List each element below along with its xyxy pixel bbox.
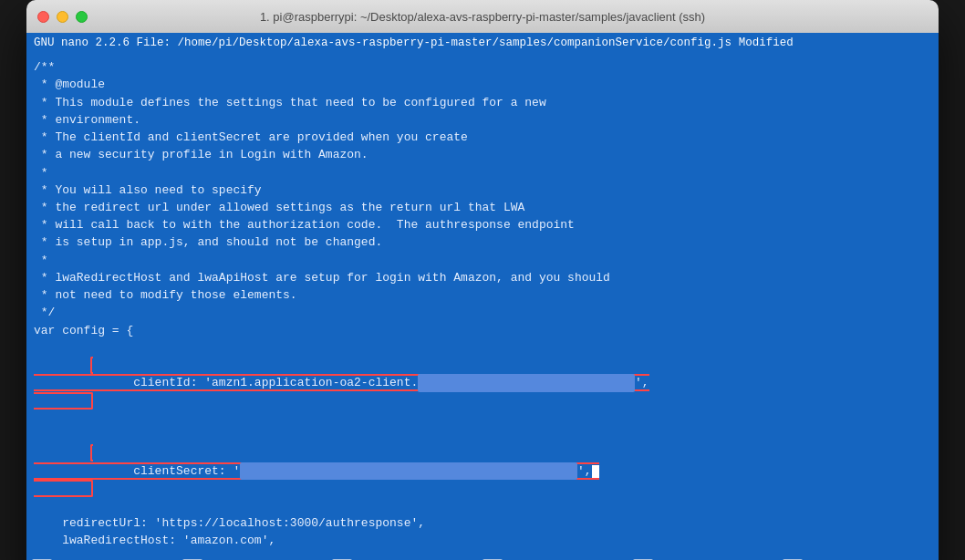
- cursor: [592, 465, 599, 478]
- code-line: * The clientId and clientSecret are prov…: [34, 129, 931, 146]
- code-line: * @module: [34, 76, 931, 93]
- code-line: * lwaRedirectHost and lwaApiHost are set…: [34, 269, 931, 286]
- code-line: * will call back to with the authorizati…: [34, 216, 931, 233]
- client-secret-value: [240, 462, 577, 480]
- code-line: * environment.: [34, 111, 931, 129]
- terminal-body: GNU nano 2.2.6 File: /home/pi/Desktop/al…: [26, 33, 939, 560]
- client-id-highlight: clientId: 'amzn1.application-oa2-client.…: [34, 357, 649, 409]
- code-line: * not need to modify those elements.: [34, 286, 931, 304]
- code-line: * This module defines the settings that …: [34, 94, 931, 111]
- client-id-value: [418, 374, 635, 391]
- client-secret-line: clientSecret: ' ',: [34, 427, 931, 514]
- code-line: /**: [34, 58, 931, 76]
- client-secret-highlight: clientSecret: ' ',: [34, 444, 599, 496]
- redirect-url-line: redirectUrl: 'https://localhost:3000/aut…: [34, 514, 931, 532]
- nano-header: GNU nano 2.2.6 File: /home/pi/Desktop/al…: [26, 33, 939, 53]
- terminal-window: 1. pi@raspberrypi: ~/Desktop/alexa-avs-r…: [26, 0, 939, 560]
- code-line: */: [34, 304, 931, 321]
- code-line: *: [34, 252, 931, 269]
- client-id-prefix: clientId: 'amzn1.application-oa2-client.: [105, 376, 418, 389]
- code-line: * is setup in app.js, and should not be …: [34, 233, 931, 251]
- code-line: * You will also need to specify: [34, 181, 931, 199]
- code-line: var config = {: [34, 322, 931, 339]
- client-id-suffix: ',: [635, 376, 649, 389]
- minimize-button[interactable]: [57, 11, 68, 23]
- code-line: * a new security profile in Login with A…: [34, 146, 931, 163]
- nano-header-text: GNU nano 2.2.6 File: /home/pi/Desktop/al…: [34, 36, 794, 49]
- traffic-lights: [37, 11, 88, 23]
- client-secret-suffix: ',: [577, 464, 592, 478]
- code-content[interactable]: /** * @module * This module defines the …: [26, 53, 939, 555]
- lwa-redirect-line: lwaRedirectHost: 'amazon.com',: [34, 532, 931, 549]
- window-title: 1. pi@raspberrypi: ~/Desktop/alexa-avs-r…: [26, 10, 939, 24]
- client-secret-prefix: clientSecret: ': [105, 464, 240, 478]
- maximize-button[interactable]: [76, 11, 88, 23]
- code-line: * the redirect url under allowed setting…: [34, 199, 931, 216]
- close-button[interactable]: [37, 11, 49, 23]
- nano-footer: ^G Get Help ^O WriteOut ^R Read File ^Y …: [26, 555, 939, 560]
- titlebar: 1. pi@raspberrypi: ~/Desktop/alexa-avs-r…: [26, 0, 939, 33]
- code-line: *: [34, 164, 931, 181]
- client-id-line: clientId: 'amzn1.application-oa2-client.…: [34, 339, 931, 427]
